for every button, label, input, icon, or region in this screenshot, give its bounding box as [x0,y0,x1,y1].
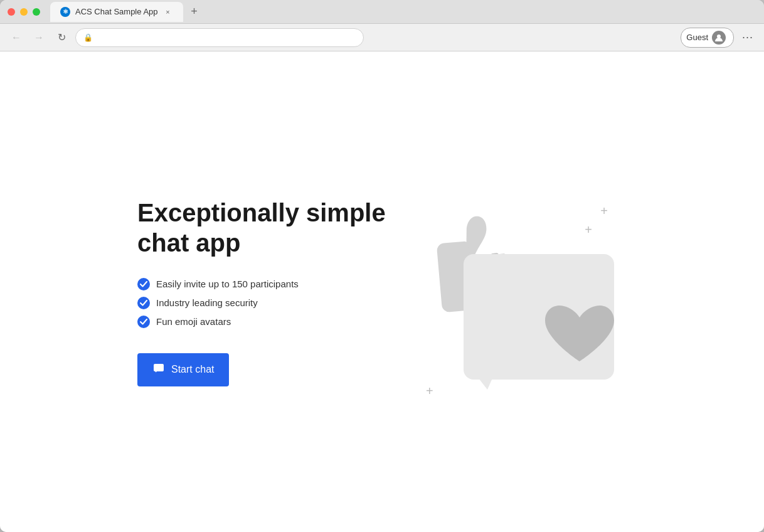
feature-item: Fun emoji avatars [137,316,386,328]
plus-decoration-1: + [600,204,608,218]
close-button[interactable] [8,8,15,16]
new-tab-button[interactable]: + [186,3,203,21]
feature-item: Industry leading security [137,297,386,309]
plus-decoration-3: + [426,384,433,398]
right-illustration: + + + [388,179,627,405]
tab-close-button[interactable]: × [163,7,173,17]
heart-illustration [539,299,620,386]
maximize-button[interactable] [33,8,40,16]
svg-rect-1 [154,364,164,371]
back-button[interactable]: ← [8,29,25,46]
feature-text-3: Fun emoji avatars [156,316,231,327]
feature-item: Easily invite up to 150 participants [137,278,386,290]
browser-window: ⚛ ACS Chat Sample App × + ← → ↻ 🔒 Guest … [0,0,764,532]
start-chat-label: Start chat [171,364,214,375]
address-bar[interactable]: 🔒 [75,28,364,47]
check-icon-3 [137,316,150,328]
tab-bar: ⚛ ACS Chat Sample App × + [50,2,756,22]
profile-button[interactable]: Guest [681,28,734,48]
minimize-button[interactable] [20,8,28,16]
lock-icon: 🔒 [83,33,93,42]
profile-label: Guest [686,33,708,42]
feature-text-1: Easily invite up to 150 participants [156,279,299,289]
check-icon-2 [137,297,150,309]
feature-text-2: Industry leading security [156,297,258,308]
title-bar: ⚛ ACS Chat Sample App × + [0,0,764,24]
nav-bar: ← → ↻ 🔒 Guest ··· [0,24,764,51]
heading-line1: Exceptionally simple [137,199,386,226]
more-button[interactable]: ··· [739,29,756,46]
content-layout: Exceptionally simple chat app Easily inv… [100,179,664,405]
heading-line2: chat app [137,229,240,257]
chat-icon [152,362,165,378]
traffic-lights [8,8,40,16]
check-icon-1 [137,278,150,290]
active-tab[interactable]: ⚛ ACS Chat Sample App × [50,2,183,22]
tab-title: ACS Chat Sample App [75,7,158,16]
main-heading: Exceptionally simple chat app [137,198,386,258]
forward-button[interactable]: → [30,29,48,46]
start-chat-button[interactable]: Start chat [137,353,229,386]
features-list: Easily invite up to 150 participants Ind… [137,278,386,328]
left-section: Exceptionally simple chat app Easily inv… [137,198,386,386]
page-content: Exceptionally simple chat app Easily inv… [0,51,764,532]
avatar [712,31,726,45]
tab-favicon: ⚛ [60,7,70,17]
plus-decoration-2: + [585,223,592,237]
reload-button[interactable]: ↻ [53,29,70,46]
